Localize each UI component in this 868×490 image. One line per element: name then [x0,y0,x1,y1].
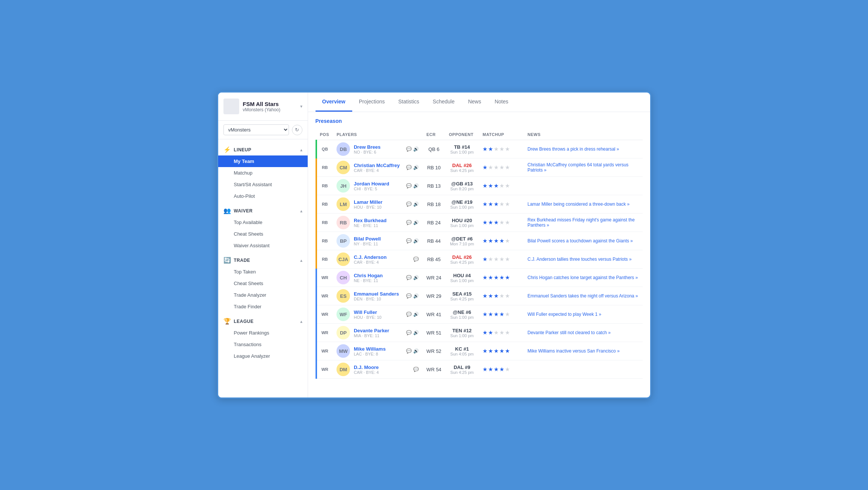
nav-section-header-waiver[interactable]: 👥 WAIVER ▴ [218,203,308,217]
tab-statistics[interactable]: Statistics [392,93,426,112]
news-cell[interactable]: Devante Parker still not cleared to catc… [524,324,642,342]
news-cell[interactable]: Will Fuller expected to play Week 1 » [524,305,642,324]
news-cell[interactable]: Bilal Powell scores a touchdown against … [524,232,642,250]
chevron-up-icon: ▴ [300,147,302,152]
player-name[interactable]: Mike Williams [354,346,402,352]
audio-icon[interactable]: 🔊 [413,202,419,207]
sidebar-item-top-available[interactable]: Top Available [218,217,308,228]
filled-star: ★ [494,201,499,208]
nav-section-waiver: 👥 WAIVER ▴ Top AvailableCheat SheetsWaiv… [218,203,308,251]
empty-star: ★ [499,219,504,226]
opponent-rank: TB #14 [449,144,475,150]
nav-section-header-lineup[interactable]: ⚡ LINEUP ▴ [218,142,308,155]
message-icon[interactable]: 💬 [406,238,412,244]
news-cell[interactable]: Christian McCaffrey compiles 64 total ya… [524,158,642,177]
player-action-icons: 💬 🔊 [406,293,419,299]
audio-icon[interactable]: 🔊 [413,330,419,335]
chevron-down-icon[interactable]: ▾ [300,104,302,109]
game-time: Sun 4:25 pm [449,260,475,264]
sidebar-item-league-analyzer[interactable]: League Analyzer [218,350,308,362]
audio-icon[interactable]: 🔊 [413,220,419,225]
col-header-opponent: OPPONENT [445,129,479,140]
sidebar-item-cheat-sheets-waiver[interactable]: Cheat Sheets [218,228,308,240]
player-name[interactable]: Chris Hogan [354,273,402,278]
message-icon[interactable]: 💬 [406,146,412,152]
sidebar-item-cheat-sheets-trade[interactable]: Cheat Sheets [218,278,308,289]
avatar: DB [336,142,350,156]
nav-section-header-league[interactable]: 🏆 LEAGUE ▴ [218,314,308,327]
audio-icon[interactable]: 🔊 [413,275,419,280]
table-row: RBLM Lamar Miller HOU · BYE: 10 💬 🔊 RB 1… [316,195,643,214]
audio-icon[interactable]: 🔊 [413,312,419,317]
audio-icon[interactable]: 🔊 [413,165,419,170]
sidebar-item-top-taken[interactable]: Top Taken [218,266,308,278]
player-name[interactable]: Jordan Howard [354,181,402,187]
player-name[interactable]: Rex Burkhead [354,218,402,223]
opponent-cell: HOU #4 Sun 1:00 pm [445,269,479,287]
news-cell[interactable]: Chris Hogan catches lone target against … [524,269,642,287]
message-icon[interactable]: 💬 [406,330,412,335]
player-meta: CAR · BYE: 4 [354,260,409,264]
opponent-rank: HOU #4 [449,273,475,278]
pos-cell: WR [316,324,333,342]
tab-overview[interactable]: Overview [316,93,352,112]
news-cell[interactable]: C.J. Anderson tallies three touches vers… [524,250,642,269]
message-icon[interactable]: 💬 [413,257,419,262]
message-icon[interactable]: 💬 [406,312,412,317]
message-icon[interactable]: 💬 [406,165,412,170]
table-row: WRES Emmanuel Sanders DEN · BYE: 10 💬 🔊 … [316,287,643,305]
message-icon[interactable]: 💬 [406,275,412,280]
message-icon[interactable]: 💬 [406,220,412,225]
filled-star: ★ [488,238,493,244]
player-name[interactable]: Will Fuller [354,309,402,315]
audio-icon[interactable]: 🔊 [413,293,419,299]
player-name[interactable]: Bilal Powell [354,236,402,242]
league-section-title: LEAGUE [234,319,297,324]
sidebar-item-trade-analyzer[interactable]: Trade Analyzer [218,289,308,301]
news-cell[interactable]: Lamar Miller being considered a three-do… [524,195,642,214]
nav-section-header-trade[interactable]: 🔄 TRADE ▴ [218,253,308,266]
message-icon[interactable]: 💬 [413,367,419,372]
player-name[interactable]: Christian McCaffrey [354,163,402,168]
news-cell[interactable]: Drew Brees throws a pick in dress rehear… [524,140,642,158]
tab-schedule[interactable]: Schedule [426,93,461,112]
sidebar-item-power-rankings[interactable]: Power Rankings [218,327,308,339]
audio-icon[interactable]: 🔊 [413,348,419,354]
sidebar-item-trade-finder[interactable]: Trade Finder [218,301,308,312]
tab-notes[interactable]: Notes [488,93,515,112]
sidebar-item-my-team[interactable]: My Team [218,155,308,167]
empty-star: ★ [505,146,510,152]
player-name[interactable]: Devante Parker [354,328,402,333]
news-cell[interactable]: Mike Williams inactive versus San Franci… [524,342,642,360]
sidebar-item-waiver-assistant[interactable]: Waiver Assistant [218,240,308,251]
league-select[interactable]: vMonsters [223,124,289,135]
sidebar-item-matchup[interactable]: Matchup [218,167,308,179]
player-name[interactable]: Drew Brees [354,144,402,150]
message-icon[interactable]: 💬 [406,202,412,207]
sidebar-item-start-sit[interactable]: Start/Sit Assistant [218,179,308,190]
audio-icon[interactable]: 🔊 [413,183,419,188]
player-meta: CHI · BYE: 5 [354,187,402,191]
player-name[interactable]: Lamar Miller [354,199,402,205]
message-icon[interactable]: 💬 [406,293,412,299]
news-cell[interactable]: Rex Burkhead misses Friday night's game … [524,214,642,232]
refresh-button[interactable]: ↻ [292,125,302,135]
team-name: FSM All Stars [243,101,280,107]
sidebar-item-transactions[interactable]: Transactions [218,339,308,350]
tab-news[interactable]: News [461,93,488,112]
audio-icon[interactable]: 🔊 [413,238,419,244]
news-cell[interactable]: Emmanuel Sanders takes the night off ver… [524,287,642,305]
player-name[interactable]: Emmanuel Sanders [354,291,402,297]
player-name[interactable]: C.J. Anderson [354,254,409,260]
audio-icon[interactable]: 🔊 [413,146,419,152]
player-name[interactable]: D.J. Moore [354,365,409,370]
sidebar-item-auto-pilot[interactable]: Auto-Pilot [218,190,308,202]
opponent-cell: @DET #6 Mon 7:10 pm [445,232,479,250]
tab-projections[interactable]: Projections [352,93,392,112]
matchup-cell: ★★★★★ [479,250,524,269]
game-time: Sun 1:00 pm [449,278,475,283]
game-time: Sun 4:25 pm [449,297,475,301]
game-time: Sun 1:00 pm [449,205,475,209]
message-icon[interactable]: 💬 [406,183,412,188]
message-icon[interactable]: 💬 [406,348,412,354]
